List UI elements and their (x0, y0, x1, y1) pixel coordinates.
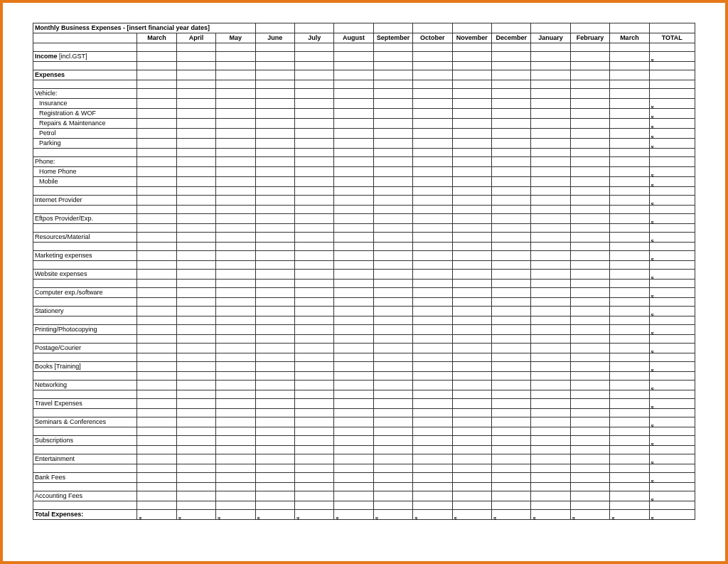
data-cell[interactable] (610, 325, 649, 335)
data-cell[interactable] (491, 399, 530, 409)
data-cell[interactable] (491, 109, 530, 119)
data-cell[interactable] (413, 109, 452, 119)
data-cell[interactable] (373, 214, 412, 224)
data-cell[interactable] (531, 362, 570, 372)
data-cell[interactable] (570, 196, 609, 206)
data-cell[interactable] (334, 109, 373, 119)
data-cell[interactable] (137, 362, 176, 372)
data-cell[interactable] (255, 381, 294, 390)
data-cell[interactable] (610, 491, 649, 501)
data-cell[interactable] (491, 139, 530, 149)
data-cell[interactable] (491, 129, 530, 139)
data-cell[interactable] (294, 417, 333, 427)
data-cell[interactable] (610, 214, 649, 224)
data-cell[interactable] (531, 399, 570, 409)
data-cell[interactable] (531, 233, 570, 243)
data-cell[interactable] (452, 473, 491, 483)
data-cell[interactable] (137, 119, 176, 129)
data-cell[interactable] (334, 177, 373, 187)
data-cell[interactable] (216, 99, 255, 109)
data-cell[interactable] (176, 454, 215, 464)
data-cell[interactable] (452, 288, 491, 298)
data-cell[interactable] (255, 157, 294, 167)
data-cell[interactable] (413, 307, 452, 316)
data-cell[interactable] (294, 491, 333, 501)
data-cell[interactable] (452, 362, 491, 372)
data-cell[interactable] (570, 109, 609, 119)
data-cell[interactable] (531, 473, 570, 483)
data-cell[interactable] (373, 119, 412, 129)
data-cell[interactable] (294, 52, 333, 62)
data-cell[interactable] (137, 288, 176, 298)
data-cell[interactable] (216, 157, 255, 167)
data-cell[interactable] (255, 325, 294, 335)
data-cell[interactable] (137, 129, 176, 139)
data-cell[interactable] (294, 325, 333, 335)
data-cell[interactable] (570, 270, 609, 280)
data-cell[interactable] (610, 167, 649, 177)
data-cell[interactable] (373, 325, 412, 335)
data-cell[interactable] (137, 454, 176, 464)
data-cell[interactable] (610, 157, 649, 167)
data-cell[interactable] (294, 214, 333, 224)
data-cell[interactable] (491, 233, 530, 243)
data-cell[interactable] (610, 109, 649, 119)
data-cell[interactable] (255, 177, 294, 187)
data-cell[interactable] (413, 139, 452, 149)
data-cell[interactable] (570, 119, 609, 129)
data-cell[interactable] (137, 196, 176, 206)
data-cell[interactable] (491, 344, 530, 353)
data-cell[interactable] (334, 214, 373, 224)
data-cell[interactable] (255, 288, 294, 298)
data-cell[interactable] (216, 89, 255, 99)
data-cell[interactable] (176, 119, 215, 129)
data-cell[interactable] (570, 417, 609, 427)
data-cell[interactable] (531, 167, 570, 177)
data-cell[interactable] (294, 70, 333, 80)
data-cell[interactable] (413, 417, 452, 427)
data-cell[interactable] (413, 70, 452, 80)
data-cell[interactable] (531, 436, 570, 446)
data-cell[interactable] (176, 99, 215, 109)
data-cell[interactable] (531, 454, 570, 464)
data-cell[interactable] (373, 436, 412, 446)
data-cell[interactable] (176, 399, 215, 409)
data-cell[interactable] (294, 99, 333, 109)
data-cell[interactable] (413, 381, 452, 390)
data-cell[interactable] (610, 52, 649, 62)
data-cell[interactable] (216, 233, 255, 243)
data-cell[interactable] (216, 491, 255, 501)
data-cell[interactable] (531, 270, 570, 280)
data-cell[interactable] (334, 436, 373, 446)
data-cell[interactable] (255, 362, 294, 372)
data-cell[interactable] (531, 89, 570, 99)
data-cell[interactable] (452, 417, 491, 427)
data-cell[interactable] (373, 196, 412, 206)
data-cell[interactable] (373, 454, 412, 464)
data-cell[interactable] (255, 270, 294, 280)
data-cell[interactable] (452, 344, 491, 353)
data-cell[interactable] (413, 399, 452, 409)
data-cell[interactable] (137, 167, 176, 177)
data-cell[interactable] (452, 139, 491, 149)
data-cell[interactable] (216, 325, 255, 335)
data-cell[interactable] (334, 70, 373, 80)
data-cell[interactable] (531, 288, 570, 298)
data-cell[interactable] (216, 70, 255, 80)
data-cell[interactable] (413, 196, 452, 206)
data-cell[interactable] (452, 52, 491, 62)
data-cell[interactable] (570, 233, 609, 243)
data-cell[interactable] (373, 99, 412, 109)
data-cell[interactable] (216, 196, 255, 206)
data-cell[interactable] (294, 109, 333, 119)
data-cell[interactable] (373, 177, 412, 187)
data-cell[interactable] (610, 129, 649, 139)
data-cell[interactable] (452, 491, 491, 501)
data-cell[interactable] (216, 473, 255, 483)
data-cell[interactable] (570, 454, 609, 464)
data-cell[interactable] (176, 362, 215, 372)
data-cell[interactable] (373, 167, 412, 177)
data-cell[interactable] (255, 307, 294, 316)
data-cell[interactable] (373, 381, 412, 390)
data-cell[interactable] (255, 399, 294, 409)
